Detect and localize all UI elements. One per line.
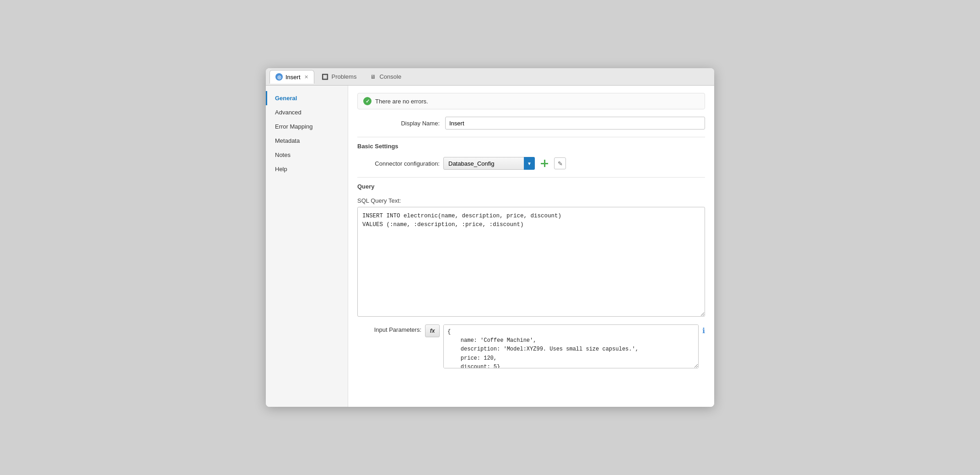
tab-problems[interactable]: 🔲 Problems [316,70,362,84]
edit-connector-button[interactable]: ✎ [554,157,566,169]
fx-button[interactable]: fx [425,324,440,337]
pencil-icon: ✎ [558,160,563,167]
sql-textarea[interactable]: INSERT INTO electronic(name, description… [357,207,705,317]
tab-console-label: Console [379,73,401,80]
sidebar-item-general[interactable]: General [266,91,348,105]
display-name-label: Display Name: [357,120,440,127]
sidebar-notes-label: Notes [275,151,291,158]
connector-label: Connector configuration: [357,160,440,167]
sidebar-item-notes[interactable]: Notes [266,148,348,162]
problems-icon: 🔲 [322,73,329,81]
sidebar-errormapping-label: Error Mapping [275,123,312,130]
query-section: Query SQL Query Text: INSERT INTO electr… [357,183,705,368]
info-icon[interactable]: ℹ [702,324,705,335]
status-bar: ✓ There are no errors. [357,93,705,109]
plus-icon [540,159,549,168]
sidebar-metadata-label: Metadata [275,137,300,144]
query-header: Query [357,183,705,192]
sidebar-item-metadata[interactable]: Metadata [266,134,348,148]
display-name-input[interactable] [445,117,705,130]
divider-1 [357,137,705,137]
status-message: There are no errors. [375,98,428,105]
connector-config-row: Connector configuration: Database_Config… [357,157,705,170]
sidebar-help-label: Help [275,166,287,173]
params-textarea[interactable]: { name: 'Coffee Machine', description: '… [443,324,699,368]
tab-console[interactable]: 🖥 Console [364,70,407,84]
sidebar-item-help[interactable]: Help [266,162,348,176]
console-icon: 🖥 [369,73,377,81]
insert-icon: ◎ [275,73,283,81]
sidebar-item-advanced[interactable]: Advanced [266,105,348,119]
tab-insert-close[interactable]: ✕ [304,74,308,80]
input-params-row: Input Parameters: fx { name: 'Coffee Mac… [357,324,705,368]
main-window: ◎ Insert ✕ 🔲 Problems 🖥 Console General … [266,68,714,407]
divider-2 [357,177,705,178]
tab-insert-label: Insert [285,74,301,81]
sidebar: General Advanced Error Mapping Metadata … [266,86,348,407]
connector-select[interactable]: Database_Config [443,157,535,170]
tab-bar: ◎ Insert ✕ 🔲 Problems 🖥 Console [266,68,714,86]
connector-select-wrapper: Database_Config ▼ [443,157,535,170]
status-ok-icon: ✓ [363,97,372,105]
display-name-row: Display Name: [357,117,705,130]
input-params-label: Input Parameters: [357,324,421,333]
sql-label: SQL Query Text: [357,197,705,204]
add-connector-button[interactable] [538,157,550,169]
sidebar-advanced-label: Advanced [275,109,302,116]
tab-problems-label: Problems [332,73,357,80]
content-area: General Advanced Error Mapping Metadata … [266,86,714,407]
sidebar-item-error-mapping[interactable]: Error Mapping [266,119,348,134]
tab-insert[interactable]: ◎ Insert ✕ [269,70,314,84]
basic-settings-header: Basic Settings [357,143,705,151]
sidebar-general-label: General [275,95,297,102]
main-panel: ✓ There are no errors. Display Name: Bas… [348,86,714,407]
